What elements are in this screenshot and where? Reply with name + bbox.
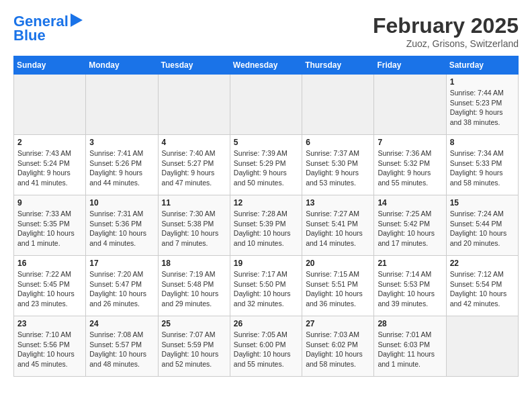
day-number: 21 [378, 259, 442, 268]
day-info: Sunrise: 7:22 AM Sunset: 5:45 PM Dayligh… [17, 269, 82, 309]
logo-blue: Blue [13, 27, 46, 44]
calendar-cell: 15Sunrise: 7:24 AM Sunset: 5:44 PM Dayli… [446, 195, 518, 256]
day-info: Sunrise: 7:03 AM Sunset: 6:02 PM Dayligh… [306, 330, 370, 369]
weekday-header-thursday: Thursday [302, 56, 374, 75]
calendar-cell: 25Sunrise: 7:07 AM Sunset: 5:59 PM Dayli… [158, 316, 230, 377]
day-number: 1 [450, 77, 515, 87]
day-number: 13 [306, 198, 370, 208]
calendar-cell: 6Sunrise: 7:37 AM Sunset: 5:30 PM Daylig… [302, 135, 374, 195]
day-number: 12 [234, 198, 298, 208]
day-info: Sunrise: 7:12 AM Sunset: 5:54 PM Dayligh… [450, 269, 515, 309]
calendar-cell: 27Sunrise: 7:03 AM Sunset: 6:02 PM Dayli… [302, 316, 374, 377]
day-number: 2 [17, 138, 82, 147]
day-info: Sunrise: 7:01 AM Sunset: 6:03 PM Dayligh… [378, 330, 442, 369]
day-info: Sunrise: 7:43 AM Sunset: 5:24 PM Dayligh… [17, 148, 82, 188]
month-title: February 2025 [373, 13, 519, 38]
logo: General Blue [13, 13, 83, 44]
day-info: Sunrise: 7:33 AM Sunset: 5:35 PM Dayligh… [17, 209, 82, 248]
day-info: Sunrise: 7:28 AM Sunset: 5:39 PM Dayligh… [234, 209, 298, 248]
calendar-cell: 28Sunrise: 7:01 AM Sunset: 6:03 PM Dayli… [374, 316, 446, 377]
day-info: Sunrise: 7:24 AM Sunset: 5:44 PM Dayligh… [450, 209, 515, 248]
calendar-cell [158, 75, 230, 135]
calendar-cell [374, 75, 446, 135]
day-info: Sunrise: 7:15 AM Sunset: 5:51 PM Dayligh… [306, 269, 370, 309]
calendar-cell: 23Sunrise: 7:10 AM Sunset: 5:56 PM Dayli… [14, 316, 86, 377]
calendar-cell: 13Sunrise: 7:27 AM Sunset: 5:41 PM Dayli… [302, 195, 374, 256]
day-info: Sunrise: 7:40 AM Sunset: 5:27 PM Dayligh… [162, 148, 226, 188]
calendar-cell: 19Sunrise: 7:17 AM Sunset: 5:50 PM Dayli… [230, 256, 302, 316]
calendar-table: SundayMondayTuesdayWednesdayThursdayFrid… [13, 56, 519, 377]
calendar-cell: 14Sunrise: 7:25 AM Sunset: 5:42 PM Dayli… [374, 195, 446, 256]
day-info: Sunrise: 7:27 AM Sunset: 5:41 PM Dayligh… [306, 209, 370, 248]
weekday-header-tuesday: Tuesday [158, 56, 230, 75]
calendar-cell: 17Sunrise: 7:20 AM Sunset: 5:47 PM Dayli… [86, 256, 158, 316]
calendar-cell: 22Sunrise: 7:12 AM Sunset: 5:54 PM Dayli… [446, 256, 518, 316]
day-number: 25 [162, 319, 226, 328]
day-info: Sunrise: 7:34 AM Sunset: 5:33 PM Dayligh… [450, 148, 515, 188]
day-info: Sunrise: 7:25 AM Sunset: 5:42 PM Dayligh… [378, 209, 442, 248]
calendar-cell: 2Sunrise: 7:43 AM Sunset: 5:24 PM Daylig… [14, 135, 86, 195]
day-number: 22 [450, 259, 515, 268]
calendar-header: SundayMondayTuesdayWednesdayThursdayFrid… [14, 56, 519, 75]
weekday-header-monday: Monday [86, 56, 158, 75]
day-number: 14 [378, 198, 442, 208]
calendar-cell: 26Sunrise: 7:05 AM Sunset: 6:00 PM Dayli… [230, 316, 302, 377]
calendar-cell: 21Sunrise: 7:14 AM Sunset: 5:53 PM Dayli… [374, 256, 446, 316]
day-number: 27 [306, 319, 370, 328]
calendar-cell: 24Sunrise: 7:08 AM Sunset: 5:57 PM Dayli… [86, 316, 158, 377]
day-info: Sunrise: 7:39 AM Sunset: 5:29 PM Dayligh… [234, 148, 298, 188]
calendar-cell [446, 316, 518, 377]
calendar-cell: 8Sunrise: 7:34 AM Sunset: 5:33 PM Daylig… [446, 135, 518, 195]
calendar-cell: 20Sunrise: 7:15 AM Sunset: 5:51 PM Dayli… [302, 256, 374, 316]
day-number: 23 [17, 319, 82, 328]
day-number: 16 [17, 259, 82, 268]
day-number: 9 [17, 198, 82, 208]
day-number: 5 [234, 138, 298, 147]
day-number: 24 [89, 319, 154, 328]
day-number: 4 [162, 138, 226, 147]
day-number: 3 [89, 138, 154, 147]
calendar-cell: 5Sunrise: 7:39 AM Sunset: 5:29 PM Daylig… [230, 135, 302, 195]
day-info: Sunrise: 7:36 AM Sunset: 5:32 PM Dayligh… [378, 148, 442, 188]
day-info: Sunrise: 7:30 AM Sunset: 5:38 PM Dayligh… [162, 209, 226, 248]
calendar-cell: 11Sunrise: 7:30 AM Sunset: 5:38 PM Dayli… [158, 195, 230, 256]
day-info: Sunrise: 7:44 AM Sunset: 5:23 PM Dayligh… [450, 88, 515, 128]
calendar-cell: 9Sunrise: 7:33 AM Sunset: 5:35 PM Daylig… [14, 195, 86, 256]
calendar-cell: 16Sunrise: 7:22 AM Sunset: 5:45 PM Dayli… [14, 256, 86, 316]
day-number: 7 [378, 138, 442, 147]
day-number: 11 [162, 198, 226, 208]
weekday-header-saturday: Saturday [446, 56, 518, 75]
day-number: 18 [162, 259, 226, 268]
calendar-cell: 4Sunrise: 7:40 AM Sunset: 5:27 PM Daylig… [158, 135, 230, 195]
calendar-cell: 3Sunrise: 7:41 AM Sunset: 5:26 PM Daylig… [86, 135, 158, 195]
calendar-cell [302, 75, 374, 135]
page-header: General Blue February 2025 Zuoz, Grisons… [13, 13, 519, 49]
calendar-cell [14, 75, 86, 135]
day-info: Sunrise: 7:41 AM Sunset: 5:26 PM Dayligh… [89, 148, 154, 188]
day-info: Sunrise: 7:07 AM Sunset: 5:59 PM Dayligh… [162, 330, 226, 369]
calendar-cell: 1Sunrise: 7:44 AM Sunset: 5:23 PM Daylig… [446, 75, 518, 135]
day-info: Sunrise: 7:31 AM Sunset: 5:36 PM Dayligh… [89, 209, 154, 248]
calendar-cell: 10Sunrise: 7:31 AM Sunset: 5:36 PM Dayli… [86, 195, 158, 256]
day-number: 6 [306, 138, 370, 147]
weekday-header-sunday: Sunday [14, 56, 86, 75]
calendar-cell [86, 75, 158, 135]
day-info: Sunrise: 7:20 AM Sunset: 5:47 PM Dayligh… [89, 269, 154, 309]
day-info: Sunrise: 7:37 AM Sunset: 5:30 PM Dayligh… [306, 148, 370, 188]
day-number: 26 [234, 319, 298, 328]
day-number: 8 [450, 138, 515, 147]
day-info: Sunrise: 7:10 AM Sunset: 5:56 PM Dayligh… [17, 330, 82, 369]
logo-arrow-icon [71, 13, 83, 27]
day-info: Sunrise: 7:05 AM Sunset: 6:00 PM Dayligh… [234, 330, 298, 369]
day-info: Sunrise: 7:19 AM Sunset: 5:48 PM Dayligh… [162, 269, 226, 309]
weekday-header-wednesday: Wednesday [230, 56, 302, 75]
day-info: Sunrise: 7:14 AM Sunset: 5:53 PM Dayligh… [378, 269, 442, 309]
calendar-cell: 12Sunrise: 7:28 AM Sunset: 5:39 PM Dayli… [230, 195, 302, 256]
day-number: 17 [89, 259, 154, 268]
day-number: 28 [378, 319, 442, 328]
weekday-header-friday: Friday [374, 56, 446, 75]
day-number: 19 [234, 259, 298, 268]
location-subtitle: Zuoz, Grisons, Switzerland [373, 38, 519, 49]
calendar-cell: 18Sunrise: 7:19 AM Sunset: 5:48 PM Dayli… [158, 256, 230, 316]
day-info: Sunrise: 7:17 AM Sunset: 5:50 PM Dayligh… [234, 269, 298, 309]
